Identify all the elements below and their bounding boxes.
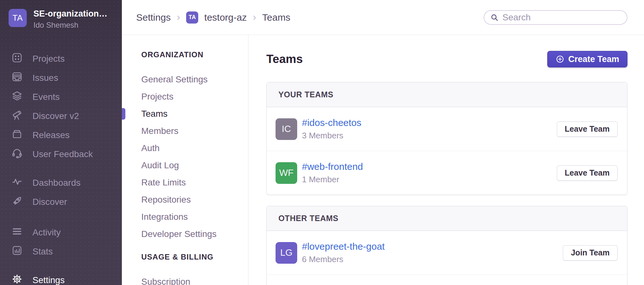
nav-item-audit-log[interactable]: Audit Log — [141, 161, 248, 170]
other-teams-panel: OTHER TEAMS LG #lovepreet-the-goat 6 Mem… — [266, 206, 627, 285]
active-nav-indicator — [122, 108, 125, 120]
sidebar-item-label: Events — [32, 92, 60, 102]
team-member-count: 3 Members — [302, 131, 361, 141]
primary-sidebar: TA SE-organization… Ido Shemesh Projects… — [0, 0, 122, 285]
sidebar-item-label: Projects — [32, 54, 65, 64]
breadcrumb: Settings › TA testorg-az › Teams — [136, 11, 290, 24]
nav-item-rate-limits[interactable]: Rate Limits — [141, 178, 248, 187]
org-user-name: Ido Shemesh — [33, 21, 108, 30]
issues-icon — [11, 71, 23, 85]
team-name-link[interactable]: #web-frontend — [302, 161, 363, 172]
sidebar-item-settings[interactable]: Settings — [0, 271, 122, 285]
sidebar-item-label: Stats — [32, 247, 53, 257]
chevron-right-icon: › — [177, 12, 180, 23]
top-header: Settings › TA testorg-az › Teams — [122, 0, 644, 35]
team-row: WF #web-frontend 1 Member Leave Team — [267, 151, 627, 195]
archive-box-icon — [11, 129, 23, 142]
join-team-button[interactable]: Join Team — [563, 245, 618, 261]
events-layers-icon — [11, 90, 23, 104]
settings-nav: ORGANIZATION General Settings Projects T… — [122, 35, 248, 285]
projects-grid-icon — [11, 52, 23, 66]
pulse-icon — [11, 176, 23, 190]
sidebar-item-label: Dashboards — [32, 178, 80, 188]
team-member-count: 6 Members — [302, 254, 385, 264]
sidebar-item-label: Activity — [32, 227, 61, 238]
sidebar-item-issues[interactable]: Issues — [0, 68, 122, 87]
sidebar-item-projects[interactable]: Projects — [0, 49, 122, 68]
sidebar-item-label: Discover — [32, 197, 67, 207]
panel-header: YOUR TEAMS — [267, 82, 627, 107]
team-avatar: LG — [276, 242, 297, 264]
rocket-icon — [11, 195, 23, 209]
sidebar-item-dashboards[interactable]: Dashboards — [0, 173, 122, 192]
create-team-label: Create Team — [568, 54, 619, 64]
org-avatar[interactable]: TA — [9, 9, 27, 27]
menu-lines-icon — [11, 226, 23, 239]
sidebar-item-releases[interactable]: Releases — [0, 126, 122, 145]
nav-item-integrations[interactable]: Integrations — [141, 212, 248, 221]
leave-team-button[interactable]: Leave Team — [557, 122, 618, 137]
nav-item-members[interactable]: Members — [141, 127, 248, 136]
sidebar-item-discover-v2[interactable]: Discover v2 — [0, 107, 122, 126]
nav-section-organization: ORGANIZATION — [141, 51, 248, 59]
sidebar-item-label: Releases — [32, 130, 70, 140]
gear-icon — [11, 274, 23, 285]
create-team-button[interactable]: Create Team — [547, 51, 627, 67]
page-title: Teams — [266, 52, 303, 66]
chevron-right-icon: › — [253, 12, 256, 23]
team-avatar: IC — [276, 118, 297, 140]
sidebar-item-events[interactable]: Events — [0, 87, 122, 107]
org-name: SE-organization… — [33, 9, 108, 18]
sidebar-item-discover[interactable]: Discover — [0, 192, 122, 212]
your-teams-panel: YOUR TEAMS IC #idos-cheetos 3 Members Le… — [266, 82, 627, 195]
breadcrumb-settings-link[interactable]: Settings — [136, 12, 171, 23]
sidebar-item-user-feedback[interactable]: User Feedback — [0, 145, 122, 164]
main-content: Teams Create Team YOUR TEAMS IC #idos-ch… — [249, 35, 644, 285]
team-avatar: WF — [276, 162, 297, 184]
search-input[interactable] — [502, 12, 621, 23]
circle-plus-icon — [556, 55, 564, 64]
nav-item-auth[interactable]: Auth — [141, 144, 248, 153]
breadcrumb-org-link[interactable]: testorg-az — [204, 12, 247, 23]
sidebar-item-stats[interactable]: Stats — [0, 242, 122, 261]
sidebar-item-label: User Feedback — [32, 149, 93, 159]
org-switcher[interactable]: TA SE-organization… Ido Shemesh — [0, 0, 122, 30]
breadcrumb-org-avatar[interactable]: TA — [186, 11, 198, 24]
bar-chart-icon — [11, 245, 23, 258]
sidebar-item-label: Issues — [32, 73, 58, 83]
team-member-count: 1 Member — [302, 175, 363, 184]
nav-item-developer-settings[interactable]: Developer Settings — [141, 230, 248, 239]
sidebar-item-activity[interactable]: Activity — [0, 223, 122, 242]
nav-item-repositories[interactable]: Repositories — [141, 195, 248, 204]
nav-item-general-settings[interactable]: General Settings — [141, 75, 248, 84]
nav-section-usage-billing: USAGE & BILLING — [141, 253, 248, 261]
sidebar-item-label: Discover v2 — [32, 111, 79, 121]
team-row-clipped — [267, 275, 627, 285]
telescope-icon — [11, 109, 23, 123]
leave-team-button[interactable]: Leave Team — [557, 165, 618, 181]
sidebar-item-label: Settings — [32, 275, 65, 285]
nav-item-projects[interactable]: Projects — [141, 92, 248, 101]
search-icon — [490, 13, 499, 22]
team-name-link[interactable]: #idos-cheetos — [302, 117, 361, 128]
nav-item-subscription[interactable]: Subscription — [141, 277, 248, 285]
headset-icon — [11, 148, 23, 161]
panel-header: OTHER TEAMS — [267, 206, 627, 231]
team-name-link[interactable]: #lovepreet-the-goat — [302, 241, 385, 252]
team-row: LG #lovepreet-the-goat 6 Members Join Te… — [267, 231, 627, 275]
search-box[interactable] — [484, 10, 627, 25]
breadcrumb-page: Teams — [262, 12, 290, 23]
team-row: IC #idos-cheetos 3 Members Leave Team — [267, 107, 627, 151]
nav-item-teams[interactable]: Teams — [141, 109, 248, 118]
